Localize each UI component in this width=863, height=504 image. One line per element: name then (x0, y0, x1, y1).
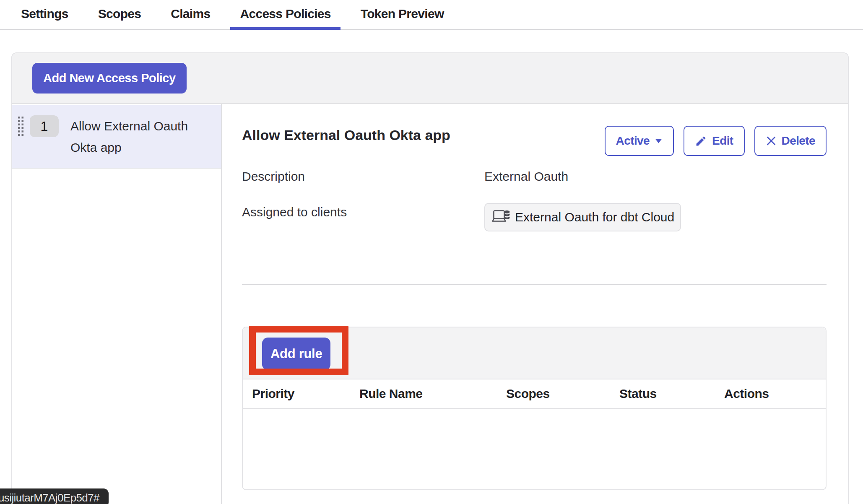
client-chip: External Oauth for dbt Cloud (484, 203, 681, 231)
panel-body: 1 Allow External Oauth Okta app Allow Ex… (12, 104, 848, 504)
add-new-access-policy-button[interactable]: Add New Access Policy (32, 63, 187, 94)
column-priority: Priority (243, 379, 350, 408)
column-actions: Actions (715, 379, 826, 408)
assigned-clients-label: Assigned to clients (242, 203, 484, 221)
tab-scopes[interactable]: Scopes (88, 0, 151, 29)
description-value: External Oauth (484, 168, 827, 185)
delete-button-label: Delete (782, 134, 815, 148)
section-divider (242, 284, 827, 285)
description-row: Description External Oauth (242, 168, 827, 185)
column-scopes: Scopes (497, 379, 610, 408)
tab-claims[interactable]: Claims (161, 0, 220, 29)
delete-policy-button[interactable]: Delete (754, 126, 827, 156)
link-url-tooltip: usijiutarM7Aj0Ep5d7# (0, 488, 109, 504)
description-label: Description (242, 168, 484, 185)
policy-detail: Allow External Oauth Okta app Active Edi… (222, 104, 848, 504)
rules-table-header: Priority Rule Name Scopes Status Actions (243, 379, 826, 409)
access-policies-panel: Add New Access Policy (11, 52, 849, 504)
policy-item-name: Allow External Oauth Okta app (70, 115, 214, 158)
rules-panel: Add rule Priority Rule Name Scopes Statu… (242, 327, 827, 490)
column-status: Status (610, 379, 715, 408)
column-rule-name: Rule Name (350, 379, 497, 408)
policy-detail-header: Allow External Oauth Okta app Active Edi… (242, 126, 827, 156)
edit-button-label: Edit (712, 134, 733, 148)
client-chip-label: External Oauth for dbt Cloud (515, 210, 674, 224)
panel-toolbar: Add New Access Policy (12, 53, 848, 104)
policy-title: Allow External Oauth Okta app (242, 126, 450, 144)
close-icon (766, 135, 777, 146)
pencil-icon (695, 135, 707, 147)
chevron-down-icon (655, 138, 663, 144)
rules-toolbar: Add rule (243, 327, 826, 379)
drag-handle-icon[interactable] (18, 117, 23, 138)
add-rule-button[interactable]: Add rule (262, 338, 330, 370)
status-dropdown-button[interactable]: Active (605, 126, 674, 156)
tab-access-policies[interactable]: Access Policies (230, 0, 340, 29)
client-app-icon (491, 208, 511, 226)
tab-settings[interactable]: Settings (11, 0, 78, 29)
tab-token-preview[interactable]: Token Preview (351, 0, 454, 29)
tab-bar: Settings Scopes Claims Access Policies T… (0, 0, 863, 30)
edit-policy-button[interactable]: Edit (684, 126, 744, 156)
policy-list-item[interactable]: 1 Allow External Oauth Okta app (12, 105, 221, 169)
rules-table-empty-body (243, 409, 826, 489)
status-dropdown-label: Active (616, 134, 650, 148)
assigned-clients-row: Assigned to clients (242, 203, 827, 231)
policy-list: 1 Allow External Oauth Okta app (12, 104, 222, 504)
policy-actions: Active Edit (605, 126, 827, 156)
policy-priority-badge: 1 (30, 115, 59, 137)
